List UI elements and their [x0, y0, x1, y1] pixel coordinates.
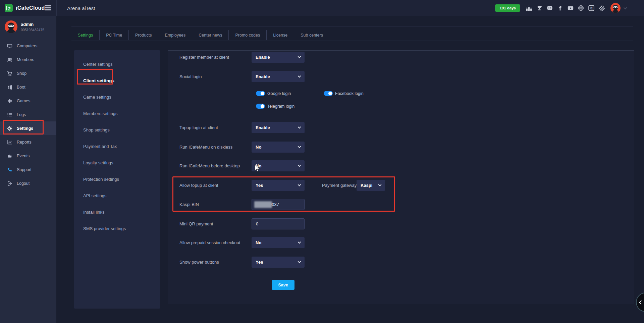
tournament-trophy-icon[interactable]	[536, 5, 543, 11]
divider	[71, 41, 633, 41]
select-value: No	[256, 145, 261, 150]
telegram-login-toggle[interactable]	[256, 104, 265, 109]
google-login-toggle[interactable]	[256, 91, 265, 96]
icafecloud-site-icon[interactable]: 2	[588, 5, 595, 11]
nav-members-settings[interactable]: Members settings	[74, 105, 160, 122]
nav-protection-settings[interactable]: Protection settings	[74, 171, 160, 187]
gear-icon	[7, 126, 12, 131]
nav-install-links[interactable]: Install links	[74, 204, 160, 220]
sidebar-menu: Computers Members Shop Boot Games Logs S…	[0, 39, 56, 190]
chevron-down-icon	[298, 74, 301, 78]
mini-qr-payment-input[interactable]: 0	[252, 218, 305, 229]
sidebar-item-label: Logout	[17, 181, 30, 186]
chevron-down-icon	[378, 183, 382, 186]
sidebar-item-logs[interactable]: Logs	[0, 108, 56, 121]
tab-employees[interactable]: Employees	[158, 30, 192, 40]
divider	[71, 26, 633, 26]
globe-icon[interactable]	[578, 5, 584, 11]
sidebar-item-members[interactable]: Members	[0, 53, 56, 66]
sidebar-item-settings[interactable]: Settings	[0, 121, 56, 135]
youtube-icon[interactable]	[567, 5, 574, 11]
nav-payment-and-tax[interactable]: Payment and Tax	[74, 138, 160, 155]
topup-login-select[interactable]: Enable	[252, 122, 305, 133]
tab-center-news[interactable]: Center news	[192, 30, 229, 40]
toggle-label: Telegram login	[267, 104, 294, 109]
brand-name: iCafeCloud	[16, 5, 45, 11]
toggle-knob	[328, 92, 332, 95]
settings-nav-panel: Center settings Client settings Game set…	[74, 50, 160, 309]
topbar-divider	[56, 0, 57, 16]
chevron-down-icon	[298, 260, 301, 263]
nav-api-settings[interactable]: API settings	[74, 187, 160, 204]
topbar: 2 iCafeCloud Arena aiTest 191 days 2	[0, 0, 644, 16]
tab-settings[interactable]: Settings	[71, 30, 100, 40]
user-avatar[interactable]	[610, 3, 621, 13]
sidebar-item-reports[interactable]: Reports	[0, 135, 56, 149]
nav-client-settings[interactable]: Client settings	[74, 72, 160, 89]
ranking-podium-icon[interactable]	[526, 5, 532, 11]
register-member-select[interactable]: Enable	[252, 52, 305, 63]
toggle-knob	[261, 92, 264, 95]
allow-topup-select[interactable]: Yes	[252, 180, 305, 191]
tab-products[interactable]: Products	[129, 30, 158, 40]
apps-layers-icon[interactable]	[598, 5, 605, 11]
topbar-actions: 191 days 2	[495, 0, 644, 16]
field-label: Show power buttons	[179, 260, 263, 265]
run-before-desktop-select[interactable]: No	[252, 160, 305, 171]
main-content: Settings PC Time Products Employees Cent…	[56, 16, 644, 323]
logout-icon	[7, 181, 12, 186]
nav-sms-provider-settings[interactable]: SMS provider settings	[74, 220, 160, 237]
discord-icon[interactable]	[546, 5, 553, 11]
brand[interactable]: 2 iCafeCloud	[4, 0, 45, 16]
tab-license[interactable]: License	[267, 30, 294, 40]
license-days-badge[interactable]: 191 days	[495, 4, 520, 12]
user-name: admin	[21, 22, 44, 27]
chevron-down-icon	[298, 145, 301, 148]
tab-sub-centers[interactable]: Sub centers	[294, 30, 329, 40]
nav-center-settings[interactable]: Center settings	[74, 56, 160, 72]
svg-text:2: 2	[8, 6, 11, 11]
sidebar-item-support[interactable]: Support	[0, 163, 56, 176]
sidebar-item-computers[interactable]: Computers	[0, 39, 56, 53]
client-settings-form: Register member at client Enable Social …	[168, 50, 634, 304]
select-value: Enable	[256, 55, 270, 60]
tab-pc-time[interactable]: PC Time	[100, 30, 129, 40]
chevron-down-icon[interactable]	[624, 6, 627, 9]
sidebar-item-shop[interactable]: Shop	[0, 66, 56, 80]
power-buttons-select[interactable]: Yes	[252, 257, 305, 268]
sidebar-item-label: Events	[17, 154, 30, 158]
facebook-icon[interactable]	[557, 5, 564, 11]
social-login-select[interactable]: Enable	[252, 71, 305, 82]
kaspi-bin-input[interactable]: 0037	[252, 199, 305, 210]
user-avatar	[5, 20, 17, 33]
sidebar-item-label: Members	[17, 57, 34, 62]
nav-loyalty-settings[interactable]: Loyalty settings	[74, 155, 160, 171]
sidebar: admin 005193482475 Computers Members Sho…	[0, 16, 56, 323]
input-value: 0	[256, 221, 258, 226]
sidebar-item-boot[interactable]: Boot	[0, 80, 56, 94]
tab-promo-codes[interactable]: Promo codes	[229, 30, 267, 40]
chart-icon	[7, 140, 12, 145]
sidebar-item-label: Boot	[17, 85, 25, 90]
run-diskless-select[interactable]: No	[252, 142, 305, 153]
save-button[interactable]: Save	[272, 280, 294, 290]
sidebar-item-logout[interactable]: Logout	[0, 176, 56, 190]
sidebar-item-events[interactable]: Events	[0, 149, 56, 163]
menu-toggle-icon[interactable]	[45, 5, 51, 10]
page-title: Arena aiTest	[67, 0, 95, 16]
prepaid-checkout-select[interactable]: No	[252, 237, 305, 248]
user-profile[interactable]: admin 005193482475	[0, 16, 56, 33]
nav-shop-settings[interactable]: Shop settings	[74, 122, 160, 138]
sidebar-item-label: Shop	[17, 71, 26, 76]
select-value: Yes	[256, 183, 263, 188]
sidebar-item-label: Reports	[17, 140, 32, 145]
field-label: Kaspi BIN	[179, 202, 263, 207]
facebook-login-toggle[interactable]	[324, 91, 333, 96]
crown-icon	[7, 153, 12, 159]
select-value: No	[256, 163, 261, 168]
sidebar-item-games[interactable]: Games	[0, 94, 56, 108]
chevron-down-icon	[298, 55, 301, 58]
payment-gateway-select[interactable]: Kaspi	[357, 180, 385, 191]
nav-game-settings[interactable]: Game settings	[74, 89, 160, 105]
chevron-left-icon	[639, 300, 643, 305]
